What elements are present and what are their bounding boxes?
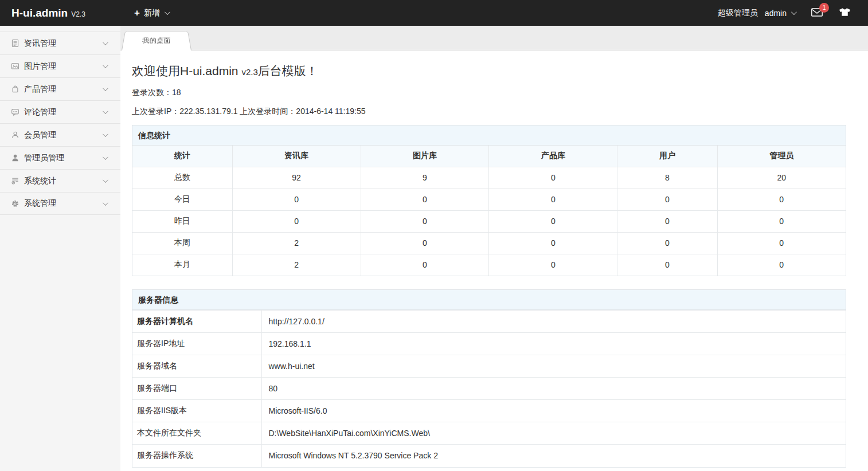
- tshirt-icon: [839, 7, 851, 18]
- theme-skin-button[interactable]: [839, 7, 851, 18]
- stats-cell: 2: [232, 232, 361, 254]
- message-count-badge: 1: [819, 3, 829, 13]
- stats-cell: 0: [617, 232, 717, 254]
- sidebar-item-label: 系统统计: [24, 176, 103, 186]
- sidebar-item-4[interactable]: 评论管理: [0, 100, 120, 123]
- stats-cell: 0: [489, 232, 617, 254]
- table-row: 服务器端口80: [132, 378, 846, 400]
- stats-row-label: 本月: [132, 254, 232, 276]
- user-role-label: 超级管理员: [718, 8, 758, 18]
- server-row-label: 服务器计算机名: [132, 311, 261, 333]
- chevron-down-icon: [165, 9, 170, 15]
- table-row: 服务器域名www.h-ui.net: [132, 355, 846, 378]
- product-icon: [10, 85, 19, 94]
- username-label: admin: [765, 9, 787, 18]
- server-row-value: Microsoft-IIS/6.0: [261, 400, 846, 422]
- add-new-label: 新增: [144, 8, 160, 18]
- server-row-label: 服务器域名: [132, 355, 261, 378]
- stats-cell: 0: [489, 167, 617, 189]
- sidebar-item-label: 系统管理: [24, 198, 103, 209]
- sidebar-item-label: 管理员管理: [24, 153, 103, 163]
- server-row-label: 服务器端口: [132, 378, 261, 400]
- server-row-value: www.h-ui.net: [261, 355, 846, 378]
- stats-column-header: 图片库: [361, 146, 489, 167]
- stats-column-header: 资讯库: [232, 146, 361, 167]
- table-row: 本周20000: [132, 232, 846, 254]
- stats-column-header: 统计: [132, 146, 232, 167]
- stats-cell: 0: [617, 210, 717, 232]
- stats-column-header: 产品库: [489, 146, 617, 167]
- login-count-line: 登录次数：18: [132, 88, 846, 98]
- sidebar-item-7[interactable]: 系统统计: [0, 169, 120, 192]
- server-row-label: 服务器IP地址: [132, 333, 261, 355]
- user-dropdown[interactable]: admin: [765, 9, 795, 18]
- server-table: 服务器计算机名http://127.0.0.1/服务器IP地址192.168.1…: [132, 310, 846, 467]
- stats-cell: 0: [489, 189, 617, 210]
- table-row: 本文件所在文件夹D:\WebSite\HanXiPuTai.com\XinYiC…: [132, 422, 846, 445]
- app-title: H-ui.admin: [11, 7, 68, 19]
- chevron-down-icon: [103, 40, 108, 45]
- chevron-down-icon: [103, 154, 108, 160]
- admin-user-icon: [10, 154, 19, 163]
- stats-cell: 0: [617, 189, 717, 210]
- stats-cell: 0: [232, 210, 361, 232]
- stats-row-label: 今日: [132, 189, 232, 210]
- stats-panel-title: 信息统计: [132, 125, 846, 146]
- server-panel: 服务器信息 服务器计算机名http://127.0.0.1/服务器IP地址192…: [132, 289, 846, 468]
- stats-cell: 0: [489, 254, 617, 276]
- messages-button[interactable]: 1: [811, 8, 823, 18]
- welcome-version: v2.3: [241, 67, 257, 77]
- stats-panel: 信息统计 统计资讯库图片库产品库用户管理员 总数9290820今日00000昨日…: [132, 125, 846, 276]
- stats-cell: 0: [361, 210, 489, 232]
- app-version: V2.3: [71, 10, 85, 18]
- stats-cell: 20: [717, 167, 846, 189]
- server-row-label: 服务器操作系统: [132, 445, 261, 467]
- chevron-down-icon: [791, 9, 797, 15]
- sidebar-menu: 资讯管理图片管理产品管理评论管理会员管理管理员管理系统统计系统管理: [0, 32, 120, 215]
- chevron-down-icon: [103, 200, 108, 206]
- chevron-down-icon: [103, 62, 108, 68]
- last-login-line: 上次登录IP：222.35.131.79.1 上次登录时间：2014-6-14 …: [132, 107, 846, 117]
- picture-icon: [10, 62, 19, 71]
- sidebar-item-6[interactable]: 管理员管理: [0, 146, 120, 169]
- stats-cell: 0: [489, 210, 617, 232]
- server-panel-title: 服务器信息: [132, 290, 846, 310]
- sidebar-item-2[interactable]: 图片管理: [0, 54, 120, 77]
- stats-table-head-row: 统计资讯库图片库产品库用户管理员: [132, 146, 846, 167]
- tab-bar: 我的桌面: [120, 26, 868, 50]
- page-title: 欢迎使用H-ui.admin v2.3后台模版！: [132, 63, 846, 79]
- gear-icon: [10, 199, 19, 208]
- stats-row-label: 昨日: [132, 210, 232, 232]
- stats-cell: 2: [232, 254, 361, 276]
- sidebar-item-3[interactable]: 产品管理: [0, 77, 120, 100]
- stats-cell: 0: [232, 189, 361, 210]
- table-row: 服务器IP地址192.168.1.1: [132, 333, 846, 355]
- stats-row-label: 总数: [132, 167, 232, 189]
- table-row: 服务器操作系统Microsoft Windows NT 5.2.3790 Ser…: [132, 445, 846, 467]
- stats-table: 统计资讯库图片库产品库用户管理员 总数9290820今日00000昨日00000…: [132, 146, 846, 276]
- plus-icon: +: [134, 8, 140, 18]
- server-row-value: 192.168.1.1: [261, 333, 846, 355]
- table-row: 本月20000: [132, 254, 846, 276]
- sidebar: 资讯管理图片管理产品管理评论管理会员管理管理员管理系统统计系统管理: [0, 26, 120, 471]
- sidebar-item-label: 资讯管理: [24, 38, 103, 49]
- sidebar-item-8[interactable]: 系统管理: [0, 192, 120, 215]
- table-row: 总数9290820: [132, 167, 846, 189]
- sidebar-item-1[interactable]: 资讯管理: [0, 32, 120, 54]
- stats-cell: 0: [361, 254, 489, 276]
- add-new-button[interactable]: + 新增: [134, 8, 169, 18]
- stats-cell: 0: [361, 232, 489, 254]
- login-count-value: 18: [172, 88, 181, 97]
- sidebar-item-label: 图片管理: [24, 61, 103, 72]
- tab-my-desktop[interactable]: 我的桌面: [122, 31, 191, 50]
- app-logo[interactable]: H-ui.admin V2.3: [0, 7, 120, 19]
- stats-cell: 92: [232, 167, 361, 189]
- stats-column-header: 用户: [617, 146, 717, 167]
- server-row-label: 本文件所在文件夹: [132, 422, 261, 445]
- server-row-value: http://127.0.0.1/: [261, 311, 846, 333]
- last-time-label: 上次登录时间：: [240, 107, 296, 116]
- sidebar-item-5[interactable]: 会员管理: [0, 123, 120, 146]
- member-icon: [10, 131, 19, 140]
- last-ip-value: 222.35.131.79.1: [179, 107, 240, 116]
- top-header: H-ui.admin V2.3 + 新增 超级管理员 admin 1: [0, 0, 868, 26]
